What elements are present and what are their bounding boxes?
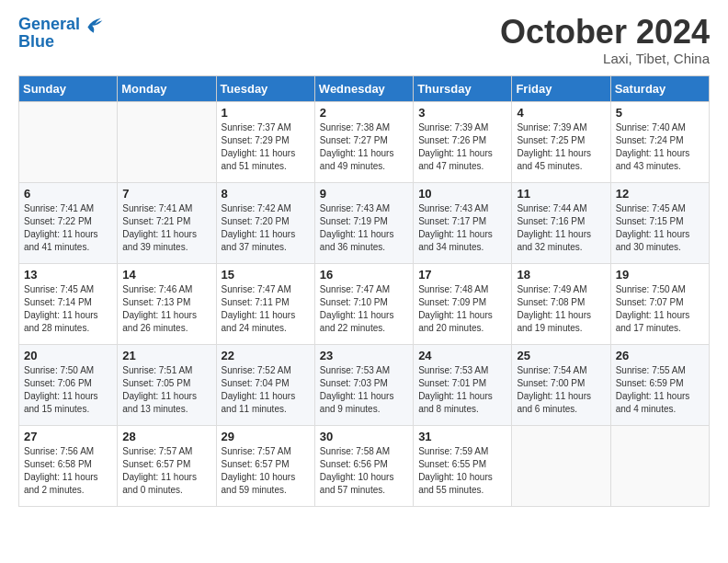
header-wednesday: Wednesday <box>314 75 413 101</box>
title-block: October 2024 Laxi, Tibet, China <box>500 14 710 66</box>
day-number: 12 <box>616 187 704 201</box>
calendar-cell <box>19 101 118 182</box>
day-number: 7 <box>122 187 210 201</box>
calendar-cell: 13Sunrise: 7:45 AMSunset: 7:14 PMDayligh… <box>19 263 118 344</box>
day-number: 26 <box>616 349 704 362</box>
day-number: 4 <box>517 106 605 120</box>
day-info: Sunrise: 7:49 AMSunset: 7:08 PMDaylight:… <box>517 283 605 335</box>
day-number: 1 <box>222 106 310 120</box>
calendar-cell: 4Sunrise: 7:39 AMSunset: 7:25 PMDaylight… <box>512 101 610 182</box>
day-info: Sunrise: 7:52 AMSunset: 7:04 PMDaylight:… <box>222 364 310 416</box>
day-info: Sunrise: 7:56 AMSunset: 6:58 PMDaylight:… <box>24 445 112 497</box>
day-number: 28 <box>122 430 210 443</box>
day-number: 9 <box>320 187 408 201</box>
day-info: Sunrise: 7:54 AMSunset: 7:00 PMDaylight:… <box>517 364 605 416</box>
day-number: 22 <box>222 349 310 362</box>
calendar-cell: 24Sunrise: 7:53 AMSunset: 7:01 PMDayligh… <box>414 344 512 425</box>
calendar-cell: 17Sunrise: 7:48 AMSunset: 7:09 PMDayligh… <box>414 263 512 344</box>
location-subtitle: Laxi, Tibet, China <box>500 51 710 66</box>
calendar-cell: 21Sunrise: 7:51 AMSunset: 7:05 PMDayligh… <box>118 344 216 425</box>
calendar-cell: 2Sunrise: 7:38 AMSunset: 7:27 PMDaylight… <box>314 101 413 182</box>
day-number: 29 <box>222 430 310 443</box>
day-info: Sunrise: 7:57 AMSunset: 6:57 PMDaylight:… <box>222 445 310 497</box>
day-info: Sunrise: 7:39 AMSunset: 7:26 PMDaylight:… <box>418 121 506 173</box>
day-info: Sunrise: 7:44 AMSunset: 7:16 PMDaylight:… <box>517 202 605 254</box>
calendar-week-1: 1Sunrise: 7:37 AMSunset: 7:29 PMDaylight… <box>19 101 710 182</box>
calendar-week-3: 13Sunrise: 7:45 AMSunset: 7:14 PMDayligh… <box>19 263 710 344</box>
calendar-week-5: 27Sunrise: 7:56 AMSunset: 6:58 PMDayligh… <box>19 425 710 506</box>
day-info: Sunrise: 7:38 AMSunset: 7:27 PMDaylight:… <box>320 121 408 173</box>
day-number: 18 <box>517 268 605 282</box>
day-info: Sunrise: 7:37 AMSunset: 7:29 PMDaylight:… <box>222 121 310 173</box>
month-title: October 2024 <box>500 14 710 51</box>
header-row: General Blue October 2024 Laxi, Tibet, C… <box>18 14 710 66</box>
calendar-cell: 26Sunrise: 7:55 AMSunset: 6:59 PMDayligh… <box>610 344 709 425</box>
calendar-cell: 3Sunrise: 7:39 AMSunset: 7:26 PMDaylight… <box>414 101 512 182</box>
day-number: 31 <box>418 430 506 443</box>
day-info: Sunrise: 7:45 AMSunset: 7:15 PMDaylight:… <box>616 202 704 254</box>
day-number: 30 <box>320 430 408 443</box>
calendar-cell: 25Sunrise: 7:54 AMSunset: 7:00 PMDayligh… <box>512 344 610 425</box>
day-info: Sunrise: 7:47 AMSunset: 7:10 PMDaylight:… <box>320 283 408 335</box>
calendar-container: General Blue October 2024 Laxi, Tibet, C… <box>0 0 728 516</box>
day-info: Sunrise: 7:50 AMSunset: 7:07 PMDaylight:… <box>616 283 704 335</box>
day-info: Sunrise: 7:41 AMSunset: 7:22 PMDaylight:… <box>24 202 112 254</box>
day-number: 10 <box>418 187 506 201</box>
calendar-cell: 1Sunrise: 7:37 AMSunset: 7:29 PMDaylight… <box>216 101 314 182</box>
calendar-cell: 9Sunrise: 7:43 AMSunset: 7:19 PMDaylight… <box>314 182 413 263</box>
day-number: 5 <box>616 106 704 120</box>
day-info: Sunrise: 7:41 AMSunset: 7:21 PMDaylight:… <box>122 202 210 254</box>
calendar-cell: 30Sunrise: 7:58 AMSunset: 6:56 PMDayligh… <box>314 425 413 506</box>
header-saturday: Saturday <box>610 75 709 101</box>
day-info: Sunrise: 7:53 AMSunset: 7:03 PMDaylight:… <box>320 364 408 416</box>
calendar-cell: 19Sunrise: 7:50 AMSunset: 7:07 PMDayligh… <box>610 263 709 344</box>
calendar-cell: 29Sunrise: 7:57 AMSunset: 6:57 PMDayligh… <box>216 425 314 506</box>
day-number: 25 <box>517 349 605 362</box>
day-info: Sunrise: 7:47 AMSunset: 7:11 PMDaylight:… <box>222 283 310 335</box>
calendar-week-4: 20Sunrise: 7:50 AMSunset: 7:06 PMDayligh… <box>19 344 710 425</box>
calendar-cell: 28Sunrise: 7:57 AMSunset: 6:57 PMDayligh… <box>118 425 216 506</box>
day-number: 11 <box>517 187 605 201</box>
day-info: Sunrise: 7:42 AMSunset: 7:20 PMDaylight:… <box>222 202 310 254</box>
day-number: 24 <box>418 349 506 362</box>
day-number: 19 <box>616 268 704 282</box>
logo-bird-icon <box>82 14 104 36</box>
day-number: 14 <box>122 268 210 282</box>
calendar-cell: 10Sunrise: 7:43 AMSunset: 7:17 PMDayligh… <box>414 182 512 263</box>
header-friday: Friday <box>512 75 610 101</box>
header-thursday: Thursday <box>414 75 512 101</box>
day-info: Sunrise: 7:58 AMSunset: 6:56 PMDaylight:… <box>320 445 408 497</box>
day-info: Sunrise: 7:45 AMSunset: 7:14 PMDaylight:… <box>24 283 112 335</box>
day-info: Sunrise: 7:46 AMSunset: 7:13 PMDaylight:… <box>122 283 210 335</box>
day-info: Sunrise: 7:50 AMSunset: 7:06 PMDaylight:… <box>24 364 112 416</box>
calendar-cell: 27Sunrise: 7:56 AMSunset: 6:58 PMDayligh… <box>19 425 118 506</box>
day-number: 3 <box>418 106 506 120</box>
header-sunday: Sunday <box>19 75 118 101</box>
logo-text: General <box>18 16 80 34</box>
calendar-cell: 23Sunrise: 7:53 AMSunset: 7:03 PMDayligh… <box>314 344 413 425</box>
calendar-cell: 11Sunrise: 7:44 AMSunset: 7:16 PMDayligh… <box>512 182 610 263</box>
header-monday: Monday <box>118 75 216 101</box>
day-info: Sunrise: 7:51 AMSunset: 7:05 PMDaylight:… <box>122 364 210 416</box>
day-number: 23 <box>320 349 408 362</box>
calendar-cell <box>512 425 610 506</box>
day-info: Sunrise: 7:59 AMSunset: 6:55 PMDaylight:… <box>418 445 506 497</box>
calendar-table: SundayMondayTuesdayWednesdayThursdayFrid… <box>18 75 710 507</box>
calendar-cell: 8Sunrise: 7:42 AMSunset: 7:20 PMDaylight… <box>216 182 314 263</box>
day-info: Sunrise: 7:43 AMSunset: 7:19 PMDaylight:… <box>320 202 408 254</box>
day-number: 13 <box>24 268 112 282</box>
day-number: 27 <box>24 430 112 443</box>
day-number: 15 <box>222 268 310 282</box>
day-number: 16 <box>320 268 408 282</box>
calendar-header-row: SundayMondayTuesdayWednesdayThursdayFrid… <box>19 75 710 101</box>
header-tuesday: Tuesday <box>216 75 314 101</box>
day-info: Sunrise: 7:48 AMSunset: 7:09 PMDaylight:… <box>418 283 506 335</box>
day-info: Sunrise: 7:55 AMSunset: 6:59 PMDaylight:… <box>616 364 704 416</box>
calendar-cell: 15Sunrise: 7:47 AMSunset: 7:11 PMDayligh… <box>216 263 314 344</box>
calendar-cell: 16Sunrise: 7:47 AMSunset: 7:10 PMDayligh… <box>314 263 413 344</box>
day-info: Sunrise: 7:53 AMSunset: 7:01 PMDaylight:… <box>418 364 506 416</box>
calendar-cell: 31Sunrise: 7:59 AMSunset: 6:55 PMDayligh… <box>414 425 512 506</box>
day-number: 21 <box>122 349 210 362</box>
calendar-cell: 18Sunrise: 7:49 AMSunset: 7:08 PMDayligh… <box>512 263 610 344</box>
calendar-cell <box>610 425 709 506</box>
